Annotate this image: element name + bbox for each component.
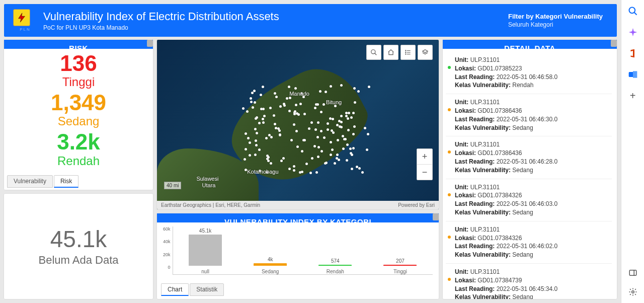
ytick: 0 bbox=[163, 265, 171, 270]
filter-value: Seluruh Kategori bbox=[508, 21, 603, 28]
filter-dropdown[interactable]: Filter by Kategori Vulnerability Seluruh… bbox=[508, 13, 608, 28]
city-label: Bitung bbox=[326, 99, 342, 105]
risk-label: Rendah bbox=[4, 154, 153, 168]
risk-label: Sedang bbox=[4, 114, 153, 128]
ytick: 20k bbox=[163, 252, 171, 257]
bar-value: 45.1k bbox=[199, 228, 211, 234]
bar-category: Rendah bbox=[327, 269, 344, 274]
svg-point-7 bbox=[406, 54, 406, 54]
detail-item[interactable]: Unit: ULP.31101Lokasi: GD01.07386436Last… bbox=[446, 136, 612, 179]
detail-title: DETAIL DATA bbox=[443, 40, 617, 49]
rail-settings-icon[interactable] bbox=[627, 286, 639, 298]
bar-value: 207 bbox=[396, 258, 405, 264]
page-title: Vulnerability Index of Electric Distribu… bbox=[43, 10, 279, 23]
bar-rect bbox=[189, 235, 222, 266]
svg-point-6 bbox=[406, 52, 406, 52]
bar-group[interactable]: 207Tinggi bbox=[368, 258, 433, 274]
detail-item[interactable]: Unit: ULP.31101Lokasi: GD01.07384326Last… bbox=[446, 179, 612, 221]
status-dot bbox=[448, 193, 451, 196]
bar-rect bbox=[318, 265, 352, 266]
detail-item[interactable]: Unit: ULP.31101Lokasi: GD01.07384326Last… bbox=[446, 221, 612, 264]
bar-group[interactable]: 574Rendah bbox=[303, 258, 368, 274]
detail-item[interactable]: Unit: ULP.31101Lokasi: GD01.07385223Last… bbox=[446, 52, 612, 94]
logo-text: PLN bbox=[20, 27, 31, 32]
pln-logo bbox=[13, 9, 30, 26]
svg-point-9 bbox=[629, 8, 635, 14]
bar-category: null bbox=[201, 269, 209, 274]
map-attribution: Earthstar Geographics | Esri, HERE, Garm… bbox=[157, 201, 439, 209]
risk-value: 1,349 bbox=[4, 91, 153, 114]
ytick: 60k bbox=[163, 226, 171, 232]
status-dot bbox=[448, 236, 451, 239]
page-subtitle: PoC for PLN UP3 Kota Manado bbox=[43, 24, 279, 31]
svg-rect-12 bbox=[633, 71, 637, 78]
map-legend-button[interactable] bbox=[400, 45, 416, 60]
svg-marker-8 bbox=[423, 50, 428, 53]
svg-point-0 bbox=[371, 50, 375, 54]
chart-title: VULNERABILITY INDEX BY KATEGORI bbox=[157, 213, 439, 222]
nodata-label: Belum Ada Data bbox=[39, 254, 119, 267]
attrib-left: Earthstar Geographics | Esri, HERE, Garm… bbox=[161, 202, 260, 208]
status-dot bbox=[448, 108, 451, 111]
map-card[interactable]: Manado Bitung Kotamobagu Sulawesi Utara … bbox=[157, 40, 439, 209]
map-layers-button[interactable] bbox=[418, 45, 433, 60]
tab-statistik[interactable]: Statistik bbox=[190, 283, 224, 296]
bar-value: 574 bbox=[331, 258, 340, 264]
bar-category: Sedang bbox=[262, 269, 279, 274]
nodata-value: 45.1k bbox=[50, 225, 107, 253]
status-dot bbox=[448, 278, 451, 281]
svg-line-1 bbox=[375, 53, 377, 55]
scroll-handle[interactable] bbox=[147, 40, 153, 47]
status-dot bbox=[448, 66, 451, 69]
ytick: 40k bbox=[163, 239, 171, 244]
filter-label: Filter by Kategori Vulnerability bbox=[508, 13, 603, 20]
map-points bbox=[242, 84, 368, 172]
map-search-button[interactable] bbox=[366, 45, 381, 60]
rail-add-icon[interactable]: + bbox=[627, 90, 639, 102]
header: PLN Vulnerability Index of Electric Dist… bbox=[4, 4, 617, 37]
tab-chart[interactable]: Chart bbox=[161, 283, 189, 296]
rail-sparkle-icon[interactable] bbox=[627, 26, 639, 38]
rail-search-icon[interactable] bbox=[627, 5, 639, 17]
bar-rect bbox=[254, 263, 287, 266]
detail-item[interactable]: Unit: ULP.31101Lokasi: GD01.07386436Last… bbox=[446, 94, 612, 136]
risk-title: RISK bbox=[4, 40, 153, 49]
risk-value: 3.2k bbox=[4, 130, 153, 154]
svg-rect-13 bbox=[629, 270, 636, 276]
svg-point-15 bbox=[631, 291, 634, 293]
bar-rect bbox=[383, 265, 417, 266]
map-scale: 40 mi bbox=[164, 182, 181, 189]
map-home-button[interactable] bbox=[383, 45, 398, 60]
bar-group[interactable]: 4kSedang bbox=[238, 257, 303, 274]
nodata-card: 45.1k Belum Ada Data bbox=[4, 194, 153, 299]
bar-value: 4k bbox=[268, 257, 273, 262]
svg-line-10 bbox=[634, 13, 636, 15]
bar-category: Tinggi bbox=[393, 269, 407, 274]
app-rail: + bbox=[621, 0, 644, 303]
city-label: Kotamobagu bbox=[247, 169, 278, 175]
attrib-right: Powered by Esri bbox=[398, 202, 435, 208]
risk-card: RISK 136Tinggi1,349Sedang3.2kRendah Vuln… bbox=[4, 40, 153, 190]
chart-card: VULNERABILITY INDEX BY KATEGORI 60k40k20… bbox=[157, 213, 439, 299]
city-label: Manado bbox=[289, 91, 309, 97]
rail-outlook-icon[interactable] bbox=[627, 68, 639, 81]
svg-point-5 bbox=[406, 50, 406, 51]
scroll-handle[interactable] bbox=[611, 40, 617, 47]
detail-item[interactable]: Unit: ULP.31101Lokasi: GD01.07384739Last… bbox=[446, 264, 612, 299]
city-label: Utara bbox=[202, 182, 216, 188]
bar-group[interactable]: 45.1knull bbox=[173, 228, 238, 274]
city-label: Sulawesi bbox=[196, 176, 218, 182]
rail-office-icon[interactable] bbox=[627, 47, 639, 59]
status-dot bbox=[448, 150, 451, 154]
rail-panel-icon[interactable] bbox=[627, 267, 639, 279]
zoom-in-button[interactable]: + bbox=[417, 149, 432, 164]
scroll-handle[interactable] bbox=[433, 213, 439, 220]
zoom-out-button[interactable]: − bbox=[417, 165, 432, 180]
tab-risk[interactable]: Risk bbox=[54, 175, 78, 188]
risk-label: Tinggi bbox=[4, 75, 153, 89]
tab-vulnerability[interactable]: Vulnerability bbox=[7, 175, 53, 188]
detail-card: DETAIL DATA Unit: ULP.31101Lokasi: GD01.… bbox=[443, 40, 617, 299]
risk-value: 136 bbox=[4, 52, 153, 75]
